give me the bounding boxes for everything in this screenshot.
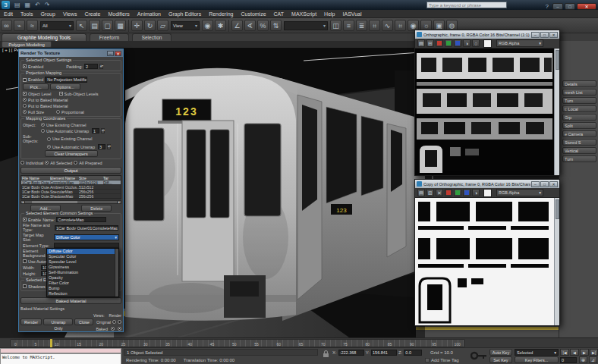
alpha-channel-icon[interactable]: ◑ [472, 189, 480, 196]
render-original-radio[interactable] [118, 320, 121, 324]
select-and-manipulate-icon[interactable]: ✱ [215, 20, 226, 31]
tab-freeform[interactable]: Freeform [90, 33, 129, 41]
dialog-close-button[interactable]: ✕ [115, 51, 121, 56]
options-button[interactable]: Options... [50, 83, 80, 90]
blue-channel-icon[interactable] [463, 189, 471, 196]
go-to-end-button[interactable]: ▶| [590, 349, 598, 356]
set-keys-icon[interactable] [471, 351, 487, 360]
x-coordinate-field[interactable]: -222.368 [338, 350, 364, 356]
dropdown-option[interactable]: Specular Color [47, 254, 115, 259]
object-level-checkbox[interactable] [23, 92, 27, 96]
z-coordinate-field[interactable]: 0.0 [404, 350, 422, 356]
dropdown-option[interactable]: Diffuse Color [47, 249, 115, 254]
views-baked-radio[interactable] [111, 327, 115, 331]
file-name-field[interactable]: 1Car Body Outer01CompleteMap.tg [55, 225, 118, 231]
element-name-field[interactable]: CompleteMap [56, 217, 106, 222]
macro-recorder-pane[interactable] [0, 348, 121, 353]
fb1-titlebar[interactable]: Orthographic, frame 0, RGBA Color 16 Bit… [415, 30, 559, 39]
rectangular-selection-icon[interactable]: ▢ [102, 20, 113, 31]
dropdown-scrollbar[interactable] [115, 249, 118, 297]
views-original-radio[interactable] [112, 320, 116, 324]
fb2-maximize-button[interactable]: □ [540, 181, 549, 187]
select-and-scale-icon[interactable]: ▱ [157, 20, 168, 31]
open-file-icon[interactable]: ▤ [14, 0, 20, 10]
menu-item[interactable]: Edit [0, 10, 17, 18]
output-rollout[interactable]: Output [20, 167, 121, 174]
fb2-close-button[interactable]: ✕ [549, 181, 558, 187]
clear-icon[interactable]: ✕ [436, 189, 443, 196]
select-and-link-icon[interactable]: ∞ [1, 20, 12, 31]
infocenter-search-input[interactable] [426, 2, 507, 8]
maximize-viewport-icon[interactable]: ⊿ [589, 356, 597, 363]
app-logo-icon[interactable]: 3 [2, 1, 10, 9]
all-prepared-radio[interactable] [74, 161, 77, 165]
object-use-existing-radio[interactable] [41, 123, 45, 127]
red-channel-icon[interactable] [436, 39, 443, 47]
object-use-auto-radio[interactable] [41, 129, 45, 133]
object-channel-spinner[interactable]: ▴▾ [101, 128, 105, 133]
selection-filter-dropdown[interactable]: All▾ [40, 21, 74, 30]
zoom-viewport-icon[interactable]: ⊕ [579, 356, 587, 363]
command-panel-button[interactable]: Vertical [562, 147, 596, 154]
fb1-image[interactable] [415, 49, 559, 175]
dialog-titlebar[interactable]: Render To Texture – ✕ [19, 49, 123, 57]
polygon-modeling-panel-tab[interactable]: Polygon Modeling [2, 41, 52, 48]
clone-window-icon[interactable]: ⊞ [426, 189, 434, 196]
command-panel-button[interactable]: Split [562, 122, 596, 129]
angle-snap-icon[interactable]: ∢ [244, 20, 256, 31]
pick-button[interactable]: Pick... [23, 83, 49, 90]
menu-item[interactable]: Modifiers [104, 10, 133, 18]
auto-key-button[interactable]: Auto Key [489, 349, 512, 356]
table-row[interactable]: 1Car Body Oute... ShadowsMap 256x256 [21, 194, 121, 199]
command-panel-button[interactable]: Turn [562, 155, 596, 162]
undo-icon[interactable]: ↶ [35, 0, 40, 10]
all-selected-radio[interactable] [45, 161, 49, 165]
object-channel-field[interactable]: 1 [92, 128, 99, 133]
menu-item[interactable]: MAXScript [288, 10, 320, 18]
schematic-view-icon[interactable]: ⌗ [395, 20, 406, 31]
fb1-minimize-button[interactable]: – [531, 32, 540, 38]
command-panel-button[interactable]: e Camera [562, 130, 596, 137]
dialog-minimize-button[interactable]: – [107, 51, 114, 56]
percent-snap-icon[interactable]: % [257, 20, 269, 31]
fb2-vertical-scrollbar[interactable] [554, 198, 559, 325]
menu-item[interactable]: CAT [270, 10, 288, 18]
subobject-channel-field[interactable]: 3 [98, 144, 105, 149]
y-coordinate-field[interactable]: 156.841 [371, 350, 397, 356]
dropdown-option[interactable]: Glossiness [47, 265, 115, 270]
redo-icon[interactable]: ↷ [45, 0, 50, 10]
subobject-use-auto-radio[interactable] [47, 145, 51, 149]
full-size-radio[interactable] [23, 110, 27, 114]
mirror-icon[interactable]: ◫ [330, 20, 341, 31]
window-crossing-icon[interactable]: ▦ [115, 20, 126, 31]
fb2-channel-dropdown[interactable]: RGB Alpha▾ [496, 189, 543, 196]
command-panel-button[interactable]: Turn [562, 97, 596, 104]
element-enable-checkbox[interactable] [23, 218, 27, 221]
dropdown-option[interactable]: Specular Level [47, 259, 115, 265]
red-channel-icon[interactable] [445, 189, 452, 196]
baked-material-rollout[interactable]: Baked Material [20, 297, 121, 304]
use-pivot-center-icon[interactable]: ◉ [202, 20, 213, 31]
minimize-button[interactable]: – [552, 3, 563, 10]
green-channel-icon[interactable] [445, 39, 452, 47]
put-to-baked-material-radio-2[interactable] [23, 104, 27, 108]
use-automatic-map-size-checkbox[interactable] [23, 259, 27, 263]
green-channel-icon[interactable] [454, 189, 461, 196]
proportional-radio[interactable] [56, 110, 60, 114]
menu-item[interactable]: IASVual [339, 10, 366, 18]
graphite-toggle-icon[interactable]: ⌗ [369, 20, 380, 31]
tab-selection[interactable]: Selection [132, 33, 172, 41]
table-horizontal-scrollbar[interactable]: ◂ ▸ [20, 200, 121, 204]
select-and-rotate-icon[interactable]: ↻ [144, 20, 156, 31]
command-panel-button[interactable]: Stored S [562, 139, 596, 146]
clear-unwrappers-button[interactable]: Clear Unwrappers [45, 150, 98, 157]
command-panel-button[interactable]: t: Local [562, 105, 596, 112]
key-filters-button[interactable]: Key Filters... [515, 356, 559, 363]
save-bitmap-icon[interactable]: ▤ [417, 189, 425, 196]
select-object-icon[interactable]: ↖ [76, 20, 87, 31]
bind-to-spacewarp-icon[interactable]: ≈ [27, 20, 38, 31]
menu-item[interactable]: Group [36, 10, 58, 18]
play-button[interactable]: ▶ [580, 349, 589, 356]
unlink-selection-icon[interactable]: ⌁ [14, 20, 25, 31]
padding-field[interactable]: 2 [84, 64, 98, 69]
